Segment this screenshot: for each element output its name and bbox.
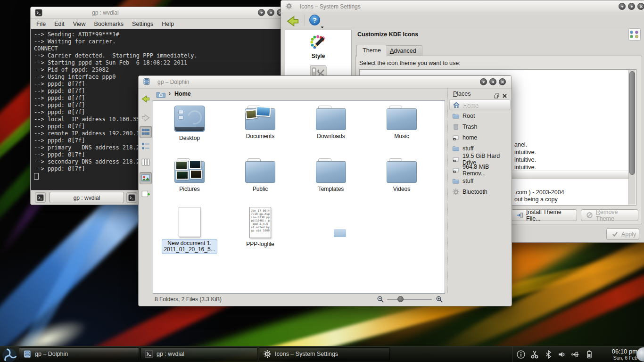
- desktop-folder-icon: [174, 106, 205, 132]
- task-button[interactable]: Icons – System Settings: [259, 347, 390, 361]
- gear-icon: [452, 188, 460, 196]
- file-item[interactable]: Jan 17 09:4 7:18 gp-Asp ire-5738 pp pd[1…: [225, 207, 296, 247]
- back-button[interactable]: [286, 14, 300, 26]
- terminal-session-tab[interactable]: gp : wvdial: [50, 192, 124, 203]
- places-item[interactable]: stuff: [449, 175, 511, 186]
- tab-theme[interactable]: Theme: [356, 45, 387, 57]
- file-item[interactable]: Templates: [296, 158, 366, 192]
- terminal-titlebar[interactable]: gp : wvdial: [31, 7, 282, 19]
- terminal-cursor: [34, 173, 39, 180]
- task-button[interactable]: gp – Dolphin: [19, 347, 139, 361]
- places-item[interactable]: 964.8 MiB Remov...: [449, 165, 511, 175]
- scrollbar-thumb[interactable]: [629, 71, 635, 175]
- status-text: 8 Folders, 2 Files (3.3 KiB): [155, 296, 222, 303]
- terminal-line: --> Starting pppd at Sun Feb 6 18:08:22 …: [34, 59, 282, 66]
- style-icon[interactable]: [309, 34, 327, 52]
- info-icon[interactable]: [516, 350, 526, 359]
- folder-icon: [452, 112, 460, 120]
- battery-icon[interactable]: [585, 350, 594, 359]
- minimize-button[interactable]: [619, 3, 626, 10]
- remove-theme-button[interactable]: Remove Theme: [581, 209, 638, 221]
- places-item[interactable]: Bluetooth: [449, 186, 511, 197]
- icons-view-button[interactable]: [140, 126, 152, 138]
- app-launcher-icon[interactable]: [1, 347, 17, 361]
- close-panel-icon[interactable]: [502, 91, 507, 96]
- places-item[interactable]: home: [449, 132, 511, 143]
- sidebar-item-style[interactable]: Style: [285, 53, 351, 59]
- float-panel-icon[interactable]: [494, 91, 499, 96]
- theme-description-line: out being a copy: [514, 196, 564, 203]
- minimize-button[interactable]: [480, 78, 487, 85]
- menu-help[interactable]: Help: [162, 21, 174, 27]
- new-tab-button-right[interactable]: [126, 192, 137, 203]
- dolphin-window-title: gp – Dolphin: [157, 79, 189, 85]
- desktop: gp : wvdial FileEditViewBookmarksSetting…: [0, 0, 644, 362]
- details-view-button[interactable]: [140, 140, 152, 152]
- maximize-button[interactable]: [267, 9, 274, 16]
- file-item[interactable]: Desktop: [154, 106, 225, 141]
- usb-icon[interactable]: [571, 350, 580, 359]
- menu-view[interactable]: View: [73, 21, 86, 27]
- tab-advanced[interactable]: Advanced: [384, 45, 422, 57]
- zoom-slider-handle[interactable]: [397, 296, 404, 302]
- new-tab-button[interactable]: [35, 192, 46, 203]
- breadcrumb-home[interactable]: Home: [174, 90, 191, 97]
- file-item[interactable]: Documents: [225, 106, 296, 140]
- maximize-button[interactable]: [489, 78, 496, 85]
- volume-icon[interactable]: [557, 350, 567, 359]
- file-item[interactable]: Music: [366, 106, 437, 140]
- close-button[interactable]: [637, 3, 644, 10]
- help-button[interactable]: ?: [309, 15, 320, 25]
- places-item[interactable]: Root: [449, 110, 511, 121]
- gear-icon: [285, 2, 293, 10]
- file-item[interactable]: Downloads: [296, 106, 366, 140]
- install-icon: [516, 212, 523, 219]
- dolphin-titlebar[interactable]: gp – Dolphin: [139, 76, 512, 89]
- system-tray: [512, 346, 594, 362]
- check-icon: [611, 230, 619, 238]
- no-entry-icon: [586, 212, 593, 219]
- file-view[interactable]: DesktopDocumentsDownloadsMusicPicturesPu…: [153, 100, 445, 294]
- apply-button[interactable]: Apply: [606, 228, 639, 240]
- file-item[interactable]: Videos: [366, 158, 437, 192]
- gear-icon: [263, 350, 272, 358]
- menu-file[interactable]: File: [36, 21, 46, 27]
- columns-view-button[interactable]: [140, 156, 152, 168]
- clock[interactable]: 06:10 pm Sun, 6 Feb: [595, 348, 637, 361]
- file-item[interactable]: New document 1.2011_01_20_16_5...: [154, 207, 225, 254]
- file-item[interactable]: Pictures: [154, 158, 225, 192]
- preview-button[interactable]: [140, 172, 152, 184]
- file-item[interactable]: Public: [225, 158, 296, 192]
- plasma-cashew-icon[interactable]: [636, 347, 644, 362]
- folder-icon: [387, 158, 417, 183]
- dot-green: [630, 35, 633, 38]
- scrollbar[interactable]: [628, 70, 636, 205]
- overview-button[interactable]: [628, 28, 641, 41]
- file-label: PPP-logfile: [225, 241, 296, 247]
- maximize-button[interactable]: [628, 3, 635, 10]
- back-button[interactable]: [140, 93, 152, 105]
- bluetooth-icon[interactable]: [544, 350, 553, 359]
- task-button[interactable]: gp : wvdial: [140, 347, 257, 361]
- places-item[interactable]: Trash: [449, 121, 511, 132]
- forward-button[interactable]: [140, 112, 152, 124]
- close-button[interactable]: [499, 78, 506, 85]
- trash-icon: [452, 123, 460, 131]
- klipper-icon[interactable]: [530, 350, 539, 359]
- menu-settings[interactable]: Settings: [132, 21, 153, 27]
- clock-time: 06:10 pm: [595, 348, 637, 355]
- zoom-out-icon[interactable]: [377, 296, 384, 303]
- zoom-in-icon[interactable]: [436, 296, 443, 303]
- home-folder-icon[interactable]: [156, 90, 166, 99]
- split-view-button[interactable]: [140, 188, 152, 200]
- folder-preview-icon: [245, 106, 275, 130]
- minimize-button[interactable]: [258, 9, 265, 16]
- places-item[interactable]: Home: [449, 99, 511, 110]
- system-settings-titlebar[interactable]: Icons – System Settings: [281, 0, 644, 13]
- file-label-selected: New document 1.2011_01_20_16_5...: [162, 239, 217, 254]
- menu-edit[interactable]: Edit: [54, 21, 65, 27]
- zoom-slider-track[interactable]: [387, 299, 432, 300]
- install-theme-button[interactable]: Install Theme File...: [511, 209, 577, 221]
- menu-bookmarks[interactable]: Bookmarks: [94, 21, 124, 27]
- dot-purple: [635, 31, 638, 34]
